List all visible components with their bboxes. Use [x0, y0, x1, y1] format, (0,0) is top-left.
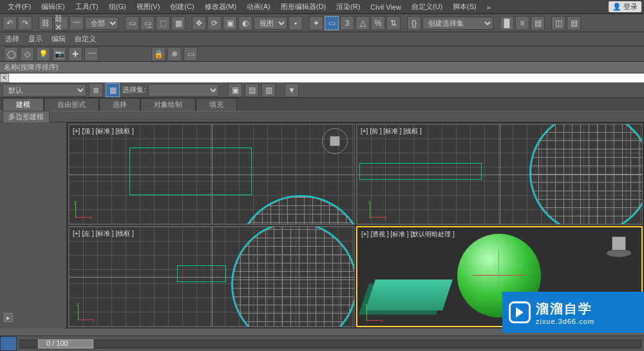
select-by-name-button[interactable]: ▭̲ — [140, 16, 155, 30]
menu-overflow-icon[interactable]: » — [482, 3, 496, 11]
named-sel-set[interactable]: 创建选择集 — [422, 17, 493, 30]
menu-grapheditor[interactable]: 图形编辑器(D) — [276, 2, 331, 12]
percent-snap-button[interactable]: % — [371, 16, 385, 30]
schematic-view-button[interactable]: ▤ — [567, 16, 581, 30]
filter-geom-icon[interactable]: ◯ — [4, 47, 18, 61]
menu-civilview[interactable]: Civil View — [365, 3, 406, 11]
viewport-front[interactable]: [+] [前 ] [标准 ] [线框 ] xz — [356, 124, 643, 225]
scale-button[interactable]: ▣ — [223, 16, 237, 30]
menu-group[interactable]: 组(G) — [104, 2, 131, 12]
ref-coordsys[interactable]: 视图 — [254, 17, 287, 30]
display-toggle-icon[interactable]: ▭ — [184, 47, 198, 61]
manipulate-button[interactable]: ✦ — [309, 16, 323, 30]
login-button[interactable]: 👤 登录 — [609, 1, 641, 12]
keyboard-shortcut-toggle[interactable]: ▭ — [325, 16, 339, 30]
vp-front-label: [+] [前 ] [标准 ] [线框 ] — [361, 127, 422, 136]
name-sort-header[interactable]: 名称(按降序排序) — [0, 62, 644, 73]
align-button[interactable]: ≡ — [515, 16, 529, 30]
bind-button[interactable]: 〰 — [70, 16, 84, 30]
axis-gizmo-front: xz — [370, 198, 389, 218]
menu-custom[interactable]: 自定义(U) — [406, 2, 448, 12]
sphere-object-left[interactable] — [231, 226, 355, 327]
lock-toggle-icon[interactable]: 🔒 — [151, 47, 166, 61]
filter-helper-icon[interactable]: ✚ — [68, 47, 82, 61]
selset-dropdown[interactable] — [148, 84, 219, 97]
layer-explorer-icon[interactable]: ▦ — [106, 83, 120, 97]
filter-space-icon[interactable]: 〰 — [84, 47, 99, 61]
menu-tools[interactable]: 工具(T) — [70, 2, 104, 12]
box-object-front[interactable] — [359, 163, 482, 180]
spinner-snap-button[interactable]: ⇅ — [386, 16, 401, 30]
tab-freeform[interactable]: 自由形式 — [44, 98, 99, 111]
main-toolbar: ↶ ↷ ⛓ ⛓✕ 〰 全部 ▭ ▭̲ ⬚ ▦ ✥ ⟳ ▣ ◐ 视图 ▪ ✦ ▭ … — [0, 14, 644, 32]
search-back-icon[interactable]: < — [0, 73, 9, 82]
layer-icon[interactable]: ≣ — [89, 83, 103, 97]
filter-light-icon[interactable]: 💡 — [36, 47, 50, 61]
isolate-sel-button[interactable]: ▣ — [228, 83, 242, 97]
menu-view[interactable]: 视图(V) — [131, 2, 166, 12]
mirror-button[interactable]: ▐▌ — [500, 16, 514, 30]
scene-explorer-toolbar: ◯ ◇ 💡 📷 ✚ 〰 🔒 ❄ ▭ — [0, 46, 644, 62]
create-sel-button[interactable]: ▤ — [245, 83, 259, 97]
search-input[interactable] — [9, 73, 644, 82]
layers-button[interactable]: ▤ — [531, 16, 545, 30]
axis-gizmo-persp: xz — [366, 301, 386, 321]
filter-cam-icon[interactable]: 📷 — [52, 47, 66, 61]
viewcube-top[interactable] — [322, 128, 348, 154]
time-slider[interactable] — [19, 339, 641, 348]
place-button[interactable]: ◐ — [238, 16, 252, 30]
menu-render[interactable]: 渲染(R) — [331, 2, 365, 12]
redo-button[interactable]: ↷ — [18, 16, 32, 30]
select-object-button[interactable]: ▭ — [125, 16, 139, 30]
tab-modeling[interactable]: 建模 — [3, 98, 44, 111]
add-to-sel-button[interactable]: ▥ — [261, 83, 276, 97]
undo-button[interactable]: ↶ — [3, 16, 17, 30]
default-layout-select[interactable]: 默认 — [3, 84, 86, 97]
tab-select[interactable]: 选择 — [99, 98, 140, 111]
edit-menu[interactable]: 编辑 — [52, 34, 66, 44]
sel-menu[interactable]: 选择 — [5, 34, 19, 44]
selection-filter[interactable]: 全部 — [85, 17, 118, 30]
filter-icon[interactable]: ▼ — [285, 83, 299, 97]
tab-populate[interactable]: 填充 — [196, 98, 237, 111]
use-pivot-button[interactable]: ▪ — [289, 16, 303, 30]
freeze-toggle-icon[interactable]: ❄ — [167, 47, 182, 61]
viewport-left[interactable]: [+] [左 ] [标准 ] [线框 ] yz — [68, 226, 355, 327]
filter-shape-icon[interactable]: ◇ — [20, 47, 34, 61]
watermark-banner: 溜溜自学 zixue.3d66.com — [502, 292, 644, 333]
rotate-button[interactable]: ⟳ — [207, 16, 222, 30]
scene-explorer-search: < — [0, 73, 644, 82]
move-button[interactable]: ✥ — [192, 16, 206, 30]
viewcube-persp[interactable] — [603, 232, 635, 261]
viewport-top[interactable]: [+] [顶 ] [标准 ] [线框 ] xy — [68, 124, 355, 225]
custom-menu[interactable]: 自定义 — [75, 34, 96, 44]
watermark-url: zixue.3d66.com — [536, 318, 594, 325]
menu-anim[interactable]: 动画(A) — [242, 2, 276, 12]
edit-named-sel-button[interactable]: {} — [407, 16, 421, 30]
unlink-button[interactable]: ⛓✕ — [54, 16, 68, 30]
viewport-layout-icon[interactable] — [0, 336, 17, 351]
vp-persp-label: [+] [透视 ] [标准 ] [默认明暗处理 ] — [361, 230, 455, 239]
timeline-bar: 0 / 100 — [0, 336, 644, 351]
window-crossing-button[interactable]: ▦ — [171, 16, 185, 30]
box-object-top[interactable] — [129, 147, 252, 195]
select-region-button[interactable]: ⬚ — [156, 16, 170, 30]
box-object-left[interactable] — [177, 265, 226, 282]
display-menu[interactable]: 显示 — [28, 34, 43, 44]
menu-edit[interactable]: 编辑(E) — [36, 2, 70, 12]
scene-explorer-menu: 选择 显示 编辑 自定义 — [0, 32, 644, 46]
curve-editor-button[interactable]: ◫ — [551, 16, 565, 30]
angle-snap-button[interactable]: △ — [355, 16, 370, 30]
vp-left-label: [+] [左 ] [标准 ] [线框 ] — [73, 229, 134, 238]
menu-create[interactable]: 创建(C) — [165, 2, 199, 12]
sphere-object-front[interactable] — [529, 124, 643, 225]
menu-modifier[interactable]: 修改器(M) — [200, 2, 242, 12]
menu-file[interactable]: 文件(F) — [3, 2, 36, 12]
subtab-polymodel[interactable]: 多边形建模 — [3, 111, 50, 123]
snap-toggle-button[interactable]: 3 — [340, 16, 354, 30]
login-label: 登录 — [623, 2, 638, 12]
tab-objectpaint[interactable]: 对象绘制 — [140, 98, 196, 111]
link-button[interactable]: ⛓ — [39, 16, 53, 30]
menu-script[interactable]: 脚本(S) — [448, 2, 482, 12]
expand-button[interactable]: ▸ — [4, 313, 13, 322]
